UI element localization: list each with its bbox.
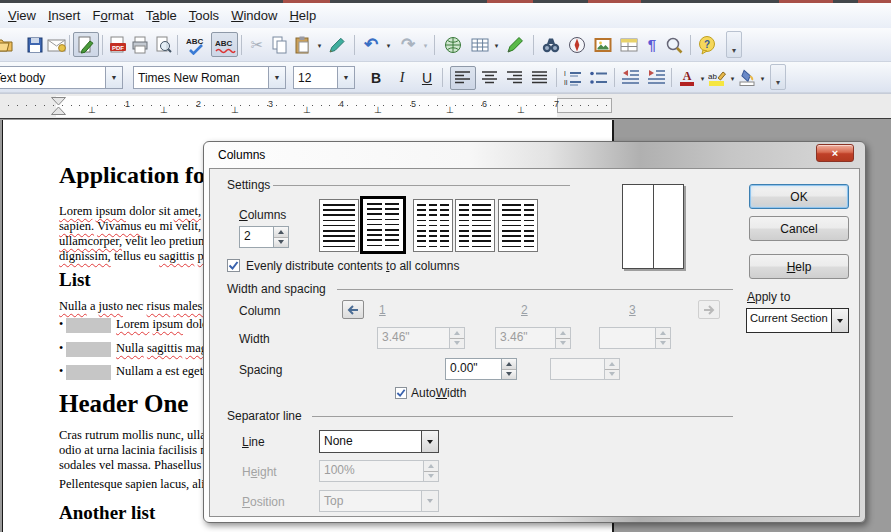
width-label: Width <box>239 332 270 346</box>
evenly-distribute-checkbox[interactable] <box>227 259 240 272</box>
spacing-2-spinner[interactable] <box>550 358 620 380</box>
save-icon[interactable] <box>23 32 47 57</box>
svg-text:ABC: ABC <box>215 39 233 48</box>
apply-to-label: Apply to <box>747 290 790 304</box>
auto-spellcheck-icon[interactable]: ABC <box>211 32 238 57</box>
underline-button[interactable]: U <box>415 66 439 90</box>
help-icon[interactable]: ? <box>695 32 719 57</box>
cut-icon[interactable]: ✂ <box>245 32 269 57</box>
redo-icon[interactable]: ↷ <box>396 32 420 57</box>
paste-dropdown-icon[interactable]: ▾ <box>315 41 324 51</box>
align-center-button[interactable] <box>478 66 502 90</box>
preset-left-narrow[interactable] <box>455 199 495 252</box>
svg-text:ab: ab <box>708 72 717 81</box>
preset-right-narrow[interactable] <box>498 199 538 252</box>
help-button[interactable]: Help <box>749 254 849 279</box>
paste-icon[interactable] <box>291 32 315 57</box>
background-color-button[interactable] <box>736 66 758 90</box>
preset-one-column[interactable] <box>319 199 359 252</box>
align-right-button[interactable] <box>503 66 527 90</box>
increase-indent-button[interactable] <box>645 66 669 90</box>
width-3-spinner[interactable] <box>599 327 671 349</box>
find-replace-icon[interactable] <box>539 32 563 57</box>
spellcheck-icon[interactable]: ABC <box>182 32 209 57</box>
email-icon[interactable] <box>45 32 69 57</box>
indent-marker[interactable] <box>51 97 66 115</box>
copy-icon[interactable] <box>268 32 292 57</box>
ruler-number: 3 <box>268 99 273 109</box>
paragraph-style-dropdown-icon[interactable]: ▼ <box>105 67 122 88</box>
spacing-1-spinner[interactable]: 0.00" <box>445 358 517 380</box>
undo-dropdown-icon[interactable]: ▾ <box>384 41 393 51</box>
highlight-color-button[interactable]: ab <box>706 66 728 90</box>
draw-functions-icon[interactable] <box>503 32 527 57</box>
tab-stop-icon: ⊥ <box>374 105 382 115</box>
bold-button[interactable]: B <box>364 66 388 90</box>
undo-icon[interactable]: ↶ <box>359 32 383 57</box>
ruler-number: 5 <box>411 99 416 109</box>
align-justify-button[interactable] <box>528 66 552 90</box>
menu-tools[interactable]: Tools <box>183 4 225 27</box>
height-label: Height <box>242 465 277 479</box>
export-pdf-icon[interactable]: PDF <box>106 32 130 57</box>
data-sources-icon[interactable] <box>617 32 641 57</box>
decrease-indent-button[interactable] <box>619 66 643 90</box>
next-column-button[interactable] <box>698 300 720 319</box>
horizontal-ruler[interactable]: 1 2 3 4 5 6 7 ⊥ ⊥ ⊥ ⊥ ⊥ ⊥ ⊥ <box>0 93 891 118</box>
formatting-overflow-icon[interactable]: ▾ <box>770 64 786 90</box>
autowidth-checkbox[interactable] <box>395 387 407 399</box>
close-icon[interactable]: × <box>816 144 854 162</box>
ruler-number: 1 <box>125 99 130 109</box>
formatting-marks-icon[interactable]: ¶ <box>643 32 661 57</box>
width-2-spinner[interactable]: 3.46" <box>495 327 571 349</box>
preset-two-columns[interactable] <box>360 196 406 254</box>
line-style-dropdown[interactable]: None <box>319 430 439 453</box>
redo-dropdown-icon[interactable]: ▾ <box>421 41 430 51</box>
hyperlink-icon[interactable] <box>441 32 465 57</box>
font-color-button[interactable]: A <box>676 66 698 90</box>
menu-help[interactable]: Help <box>283 4 322 27</box>
open-icon[interactable] <box>0 32 15 57</box>
menu-format[interactable]: Format <box>86 4 139 27</box>
insert-table-icon[interactable] <box>468 32 492 57</box>
toolbar-overflow-icon[interactable]: ▾ <box>726 31 742 58</box>
background-color-dropdown-icon[interactable]: ▾ <box>758 74 767 84</box>
ruler-number: 6 <box>482 99 487 109</box>
font-name-dropdown-icon[interactable]: ▼ <box>268 67 285 88</box>
navigator-icon[interactable] <box>565 32 589 57</box>
edit-file-icon[interactable] <box>73 32 99 57</box>
insert-table-dropdown-icon[interactable]: ▾ <box>492 41 501 51</box>
menu-table[interactable]: Table <box>140 4 183 27</box>
columns-count-spinner[interactable]: 2 <box>239 226 289 248</box>
ok-button[interactable]: OK <box>749 184 849 209</box>
print-icon[interactable] <box>128 32 152 57</box>
paragraph-style-combo[interactable]: Text body▼ <box>0 66 123 89</box>
autowidth-label: AutoWidth <box>411 386 466 400</box>
formatting-toolbar: Text body▼ Times New Roman▼ 12▼ B I U II… <box>0 62 891 93</box>
font-size-combo[interactable]: 12▼ <box>293 66 355 89</box>
apply-to-dropdown[interactable]: Current Section <box>746 308 849 333</box>
preset-three-columns[interactable] <box>413 199 453 252</box>
page-preview-icon[interactable] <box>151 32 175 57</box>
clone-formatting-icon[interactable] <box>325 32 349 57</box>
italic-button[interactable]: I <box>390 66 414 90</box>
gallery-icon[interactable] <box>591 32 615 57</box>
align-left-button[interactable] <box>450 66 476 90</box>
bullet-icon: • <box>59 364 63 379</box>
bullet-list-button[interactable] <box>587 66 611 90</box>
cancel-button[interactable]: Cancel <box>749 216 849 241</box>
width-1-spinner[interactable]: 3.46" <box>377 327 465 349</box>
position-dropdown[interactable]: Top <box>319 490 439 512</box>
menu-window[interactable]: Window <box>225 4 283 27</box>
column-number-1: 1 <box>379 303 386 317</box>
menu-insert[interactable]: Insert <box>42 4 87 27</box>
tab-stop-icon: ⊥ <box>446 105 454 115</box>
previous-column-button[interactable] <box>342 300 364 319</box>
numbered-list-button[interactable]: III <box>561 66 585 90</box>
font-size-dropdown-icon[interactable]: ▼ <box>337 67 354 88</box>
font-name-combo[interactable]: Times New Roman▼ <box>133 66 286 89</box>
column-number-2: 2 <box>521 303 528 317</box>
height-spinner[interactable]: 100% <box>319 460 439 482</box>
zoom-icon[interactable] <box>662 32 686 57</box>
menu-view[interactable]: View <box>2 4 42 27</box>
